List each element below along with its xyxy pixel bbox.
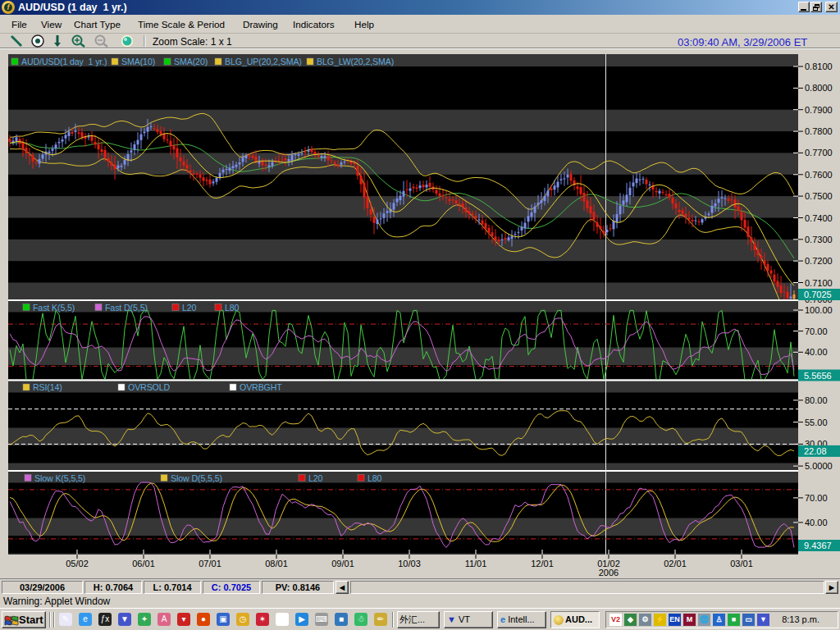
svg-text:SMA(10): SMA(10) bbox=[121, 57, 155, 66]
svg-text:5.0000: 5.0000 bbox=[805, 461, 833, 471]
svg-text:80.00: 80.00 bbox=[805, 395, 828, 405]
svg-text:70.00: 70.00 bbox=[805, 493, 828, 503]
svg-text:L80: L80 bbox=[225, 303, 240, 313]
svg-text:10/03: 10/03 bbox=[398, 559, 421, 568]
svg-text:09/01: 09/01 bbox=[331, 559, 354, 568]
svg-text:02/01: 02/01 bbox=[664, 559, 687, 568]
svg-text:0.8100: 0.8100 bbox=[805, 62, 833, 71]
svg-text:03/01: 03/01 bbox=[730, 559, 753, 568]
svg-text:2006: 2006 bbox=[599, 568, 619, 578]
svg-text:22.08: 22.08 bbox=[804, 446, 827, 456]
svg-text:BLG_UP(20,2,SMA): BLG_UP(20,2,SMA) bbox=[225, 57, 302, 66]
svg-text:0.7700: 0.7700 bbox=[805, 148, 833, 158]
svg-text:0.7300: 0.7300 bbox=[805, 235, 833, 244]
svg-text:11/01: 11/01 bbox=[465, 559, 487, 568]
svg-text:05/02: 05/02 bbox=[66, 559, 89, 568]
svg-text:70.00: 70.00 bbox=[805, 326, 828, 336]
svg-text:0.7400: 0.7400 bbox=[805, 213, 833, 223]
svg-text:L20: L20 bbox=[308, 473, 323, 483]
svg-text:0.7200: 0.7200 bbox=[805, 256, 833, 266]
svg-text:Fast D(5,5): Fast D(5,5) bbox=[105, 303, 148, 313]
svg-text:40.00: 40.00 bbox=[805, 518, 828, 527]
svg-text:0.7100: 0.7100 bbox=[805, 278, 833, 288]
svg-text:07/01: 07/01 bbox=[199, 559, 221, 568]
svg-text:40.00: 40.00 bbox=[805, 347, 828, 357]
svg-text:100.00: 100.00 bbox=[805, 305, 833, 315]
svg-text:0.7500: 0.7500 bbox=[805, 191, 833, 201]
svg-text:0.7900: 0.7900 bbox=[805, 105, 833, 115]
svg-text:5.5656: 5.5656 bbox=[804, 371, 832, 381]
svg-text:Fast K(5,5): Fast K(5,5) bbox=[33, 303, 75, 313]
svg-text:0.7025: 0.7025 bbox=[804, 290, 832, 299]
svg-text:RSI(14): RSI(14) bbox=[33, 382, 62, 392]
svg-text:12/01: 12/01 bbox=[531, 559, 554, 568]
svg-text:0.7800: 0.7800 bbox=[805, 126, 833, 136]
svg-text:55.00: 55.00 bbox=[805, 418, 828, 427]
svg-text:SMA(20): SMA(20) bbox=[174, 57, 208, 66]
svg-text:OVRBGHT: OVRBGHT bbox=[240, 382, 282, 392]
svg-text:Slow D(5,5,5): Slow D(5,5,5) bbox=[171, 473, 222, 483]
svg-text:BLG_LW(20,2,SMA): BLG_LW(20,2,SMA) bbox=[317, 57, 394, 66]
svg-text:06/01: 06/01 bbox=[132, 559, 155, 568]
svg-text:0.8000: 0.8000 bbox=[805, 83, 833, 93]
svg-text:L20: L20 bbox=[182, 303, 197, 313]
svg-text:Slow K(5,5,5): Slow K(5,5,5) bbox=[34, 473, 85, 483]
svg-text:9.4367: 9.4367 bbox=[804, 541, 832, 550]
svg-text:AUD/USD(1 day 1 yr.): AUD/USD(1 day 1 yr.) bbox=[21, 57, 107, 66]
svg-text:08/01: 08/01 bbox=[265, 559, 288, 568]
svg-text:0.7600: 0.7600 bbox=[805, 170, 833, 180]
svg-text:OVRSOLD: OVRSOLD bbox=[128, 382, 171, 392]
svg-text:L80: L80 bbox=[368, 473, 382, 483]
